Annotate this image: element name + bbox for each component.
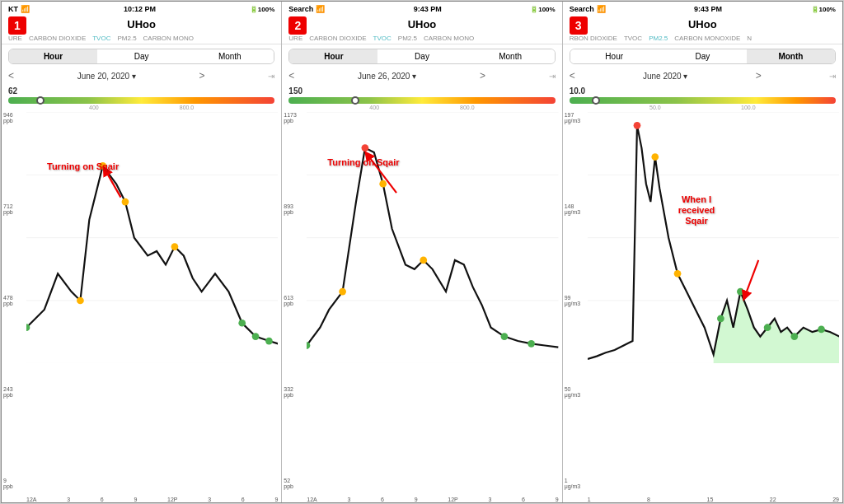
app-container: 1 KT 📶 10:12 PM 🔋100% UHoo URE CARBON DI… [1,1,843,503]
time-period-3: Hour Day Month [570,49,836,64]
period-day-3[interactable]: Day [659,49,747,63]
metric-co2-2[interactable]: CARBON DIOXIDE [306,33,369,44]
metric-carbonmono-3[interactable]: CARBON MONOXIDE [671,33,743,44]
app-title-1: UHoo [2,16,281,33]
svg-point-12 [265,338,273,345]
period-month-2[interactable]: Month [467,49,555,63]
period-hour-1[interactable]: Hour [9,49,97,63]
svg-point-21 [362,144,369,152]
time-3: 9:43 PM [694,5,722,13]
metric-tvoc-3[interactable]: TVOC [621,33,645,44]
battery-3: 🔋100% [811,6,836,13]
panel-2: 2 Search 📶 9:43 PM 🔋100% UHoo URE CARBON… [282,2,562,502]
status-bar-2: Search 📶 9:43 PM 🔋100% [282,2,561,16]
status-right-3: 🔋100% [811,6,836,13]
svg-point-33 [633,122,640,129]
metrics-tabs-2: URE CARBON DIOXIDE TVOC PM2.5 CARBON MON… [282,33,561,44]
skip-arrow-2[interactable]: ⇥ [549,72,556,81]
gauge-3: 10.0 50.0100.0 [563,83,842,112]
date-nav-3: < June 2020 ▾ > ⇥ [563,68,842,83]
svg-point-7 [99,162,106,170]
carrier-1: KT [8,5,18,13]
skip-arrow-3[interactable]: ⇥ [829,72,836,81]
x-labels-3: 18152229 [588,497,839,502]
battery-2: 🔋100% [530,6,555,13]
svg-point-25 [528,340,536,348]
status-left-3: Search 📶 [570,5,606,13]
svg-point-40 [818,326,825,334]
svg-point-36 [717,315,724,322]
svg-point-35 [673,270,681,278]
period-hour-3[interactable]: Hour [570,49,659,63]
panel-3: 3 Search 📶 9:43 PM 🔋100% UHoo RBON DIOXI… [563,2,842,502]
badge-2: 2 [288,16,307,35]
svg-point-8 [122,198,129,206]
svg-point-24 [501,333,509,340]
next-arrow-1[interactable]: > [199,70,205,82]
gauge-ticks-2: 400800.0 [288,105,555,110]
metric-pm25-1[interactable]: PM2.5 [114,33,139,44]
prev-arrow-1[interactable]: < [8,70,14,82]
status-left-2: Search 📶 [288,5,325,13]
x-labels-2: 12A36912P369 [307,497,558,502]
svg-line-41 [744,260,757,296]
badge-1: 1 [8,16,26,35]
metrics-tabs-3: RBON DIOXIDE TVOC PM2.5 CARBON MONOXIDE … [563,33,842,44]
metric-pm25-2[interactable]: PM2.5 [395,33,420,44]
metrics-tabs-1: URE CARBON DIOXIDE TVOC PM2.5 CARBON MON… [2,33,281,44]
svg-point-19 [307,342,310,349]
date-label-1: June 20, 2020 ▾ [77,72,136,81]
app-title-2: UHoo [282,16,561,33]
period-month-3[interactable]: Month [747,49,835,63]
metric-carbonmono-1[interactable]: CARBON MONO [140,33,197,44]
date-label-3: June 2020 ▾ [643,72,688,81]
time-2: 9:43 PM [414,5,442,13]
carrier-3: Search [570,5,594,13]
period-day-1[interactable]: Day [97,49,185,63]
chart-area-2: 1173ppb 893ppb 613ppb 332ppb 52ppb [282,112,561,502]
carrier-2: Search [288,5,313,13]
svg-line-13 [106,170,121,198]
wifi-icon-1: 📶 [21,5,30,13]
svg-point-34 [651,153,659,161]
wifi-icon-2: 📶 [316,5,325,13]
svg-point-38 [763,324,771,331]
period-day-2[interactable]: Day [377,49,466,63]
period-hour-2[interactable]: Hour [289,49,377,63]
date-nav-1: < June 20, 2020 ▾ > ⇥ [2,68,281,83]
period-month-1[interactable]: Month [185,49,274,63]
gauge-value-2: 150 [288,86,555,96]
next-arrow-3[interactable]: > [756,70,762,82]
prev-arrow-3[interactable]: < [570,70,575,82]
chart-svg-2 [307,112,558,363]
x-labels-1: 12A36912P369 [26,497,278,502]
date-nav-2: < June 26, 2020 ▾ > ⇥ [282,68,561,83]
metric-tvoc-1[interactable]: TVOC [89,33,114,44]
y-labels-3: 197μg/m3 148μg/m3 99μg/m3 50μg/m3 1μg/m3 [565,112,581,489]
chart-area-3: 197μg/m3 148μg/m3 99μg/m3 50μg/m3 1μg/m3 [563,112,842,502]
metric-carbonmono-2[interactable]: CARBON MONO [420,33,477,44]
metric-pm25-3[interactable]: PM2.5 [645,33,671,44]
panel-1: 1 KT 📶 10:12 PM 🔋100% UHoo URE CARBON DI… [2,2,282,502]
status-right-2: 🔋100% [530,6,555,13]
metric-n-3[interactable]: N [743,33,755,44]
gauge-value-1: 62 [8,86,274,96]
svg-point-23 [420,257,428,264]
next-arrow-2[interactable]: > [480,70,485,82]
prev-arrow-2[interactable]: < [288,70,294,82]
svg-point-37 [737,288,744,296]
y-labels-1: 946ppb 712ppb 478ppb 243ppb 9ppb [3,112,13,489]
metric-tvoc-2[interactable]: TVOC [370,33,395,44]
status-right-1: 🔋100% [250,6,274,13]
skip-arrow-1[interactable]: ⇥ [268,72,274,81]
status-bar-3: Search 📶 9:43 PM 🔋100% [563,2,842,16]
badge-3: 3 [570,16,588,35]
app-title-3: UHoo [563,16,842,33]
svg-point-22 [380,180,387,188]
svg-point-10 [238,320,246,327]
metric-co2-1[interactable]: CARBON DIOXIDE [26,33,89,44]
gauge-2: 150 400800.0 [282,83,561,112]
y-labels-2: 1173ppb 893ppb 613ppb 332ppb 52ppb [284,112,297,489]
gauge-ticks-3: 50.0100.0 [570,105,836,110]
wifi-icon-3: 📶 [597,5,606,13]
